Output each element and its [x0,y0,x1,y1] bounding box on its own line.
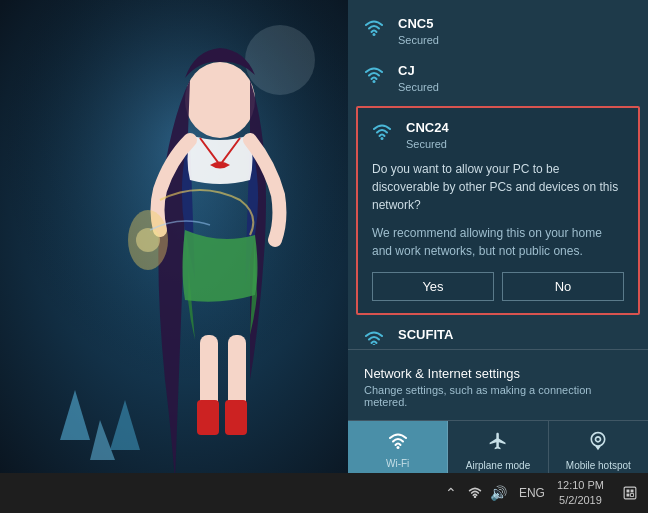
desktop-background [0,0,370,480]
settings-description: Change settings, such as making a connec… [364,384,632,408]
discovery-dialog: Do you want to allow your PC to be disco… [372,160,624,301]
discovery-recommend: We recommend allowing this on your home … [372,224,624,260]
network-info-cnc24: CNC24 Secured [406,120,624,151]
network-item-cnc24-header: CNC24 Secured [372,120,624,151]
svg-point-18 [474,496,476,498]
svg-rect-21 [631,490,634,493]
quick-action-airplane[interactable]: Airplane mode [448,421,548,480]
svg-point-15 [381,137,384,140]
network-info-cnc5: CNC5 Secured [398,16,632,47]
wifi-icon-cj [364,65,388,85]
hotspot-label: Mobile hotspot [566,460,631,472]
taskbar: ⌃ 🔊 ENG 12:10 PM 5/2/2019 [0,473,648,513]
airplane-quick-icon [488,431,508,456]
taskbar-right: ⌃ 🔊 ENG 12:10 PM 5/2/2019 [435,473,648,513]
svg-point-16 [373,344,376,345]
volume-taskbar-icon[interactable]: 🔊 [489,485,509,501]
network-item-cj[interactable]: CJ Secured [348,55,648,102]
discovery-question: Do you want to allow your PC to be disco… [372,160,624,214]
taskbar-system-icons: ⌃ 🔊 [435,485,515,501]
svg-point-3 [185,62,255,138]
panel-divider [348,349,648,350]
wifi-icon-cnc24 [372,122,396,142]
wifi-icon-scufita [364,329,388,345]
quick-action-hotspot[interactable]: Mobile hotspot [549,421,648,480]
svg-rect-22 [627,494,630,497]
svg-point-2 [245,25,315,95]
quick-action-wifi[interactable]: Wi-Fi [348,421,448,480]
network-status-cj: Secured [398,80,632,94]
svg-point-9 [136,228,160,252]
network-status-cnc24: Secured [406,137,624,151]
yes-button[interactable]: Yes [372,272,494,301]
network-info-cj: CJ Secured [398,63,632,94]
network-taskbar-icon[interactable] [465,485,485,501]
clock-time: 12:10 PM [557,478,604,493]
chevron-up-icon[interactable]: ⌃ [441,485,461,501]
wifi-label: Wi-Fi [386,458,409,470]
network-name-cnc24: CNC24 [406,120,624,137]
svg-rect-6 [197,400,219,435]
hotspot-quick-icon [588,431,608,456]
wifi-quick-icon [388,431,408,454]
network-list: CNC5 Secured CJ Secured [348,0,648,345]
wifi-icon-cnc5 [364,18,388,38]
network-info-scufita: SCUFITA Secured [398,327,632,345]
language-indicator[interactable]: ENG [515,486,549,500]
network-item-cnc5[interactable]: CNC5 Secured [348,8,648,55]
svg-rect-19 [624,487,636,499]
network-name-cnc5: CNC5 [398,16,632,33]
notification-center-button[interactable] [612,473,648,513]
airplane-label: Airplane mode [466,460,530,472]
svg-point-14 [373,80,376,83]
clock-date: 5/2/2019 [559,493,602,508]
svg-point-13 [373,33,376,36]
network-panel: CNC5 Secured CJ Secured [348,0,648,480]
network-name-cj: CJ [398,63,632,80]
quick-actions-bar: Wi-Fi Airplane mode Mobile hotspot [348,420,648,480]
no-button[interactable]: No [502,272,624,301]
network-status-cnc5: Secured [398,33,632,47]
svg-rect-23 [631,494,634,497]
settings-title: Network & Internet settings [364,366,632,381]
taskbar-clock[interactable]: 12:10 PM 5/2/2019 [549,473,612,513]
svg-rect-7 [225,400,247,435]
network-status-scufita: Secured [398,343,632,345]
svg-rect-20 [627,490,630,493]
network-item-scufita[interactable]: SCUFITA Secured [348,319,648,345]
network-name-scufita: SCUFITA [398,327,632,344]
network-settings-link[interactable]: Network & Internet settings Change setti… [348,354,648,420]
network-item-cnc24[interactable]: CNC24 Secured Do you want to allow your … [356,106,640,314]
discovery-buttons: Yes No [372,272,624,301]
svg-point-17 [396,446,399,449]
